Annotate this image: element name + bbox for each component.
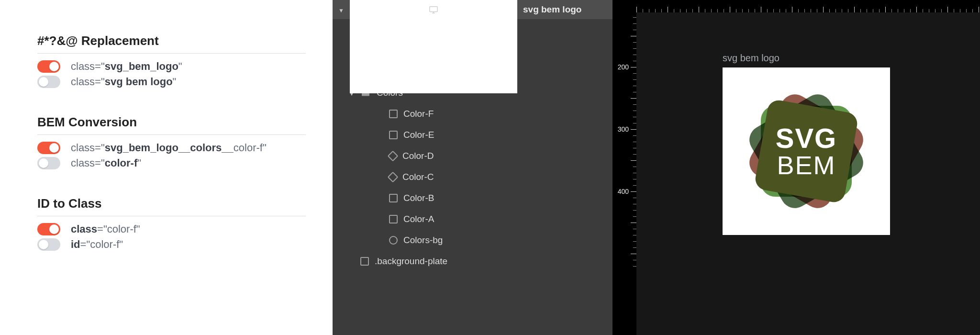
toggle-on[interactable] xyxy=(37,142,60,154)
artboard-icon xyxy=(350,0,517,93)
divider xyxy=(37,134,306,135)
section-replacement: #*?&@ Replacement class="svg_bem_logo" c… xyxy=(37,34,306,88)
section-title: BEM Conversion xyxy=(37,115,306,130)
section-id-to-class: ID to Class class="color-f" id="color-f" xyxy=(37,196,306,251)
toggle-on[interactable] xyxy=(37,60,60,73)
toggle-off[interactable] xyxy=(37,76,60,88)
toggle-off[interactable] xyxy=(37,238,60,251)
code-text: class="svg bem logo" xyxy=(71,76,176,88)
section-title: #*?&@ Replacement xyxy=(37,34,306,48)
layer-item-color-d[interactable]: Color-D xyxy=(333,145,612,167)
logo-text: SVG BEM xyxy=(744,89,869,213)
layer-label: Color-B xyxy=(403,193,612,203)
ruler-number: 300 xyxy=(618,125,629,133)
ruler-number: 400 xyxy=(618,188,629,195)
layer-artboard-row[interactable]: svg bem logo xyxy=(333,0,612,19)
layer-label: svg bem logo xyxy=(523,4,607,15)
shape-rect-icon xyxy=(389,110,398,118)
layer-item-color-e[interactable]: Color-E xyxy=(333,124,612,145)
toggle-off[interactable] xyxy=(37,157,60,169)
logo: SVG BEM xyxy=(744,89,869,213)
ruler-number: 200 xyxy=(618,63,629,71)
chevron-down-icon[interactable] xyxy=(338,4,344,15)
layer-label: .background-plate xyxy=(375,256,612,267)
layer-item-colors-bg[interactable]: Colors-bg xyxy=(333,230,612,251)
code-text: class="svg_bem_logo__colors__color-f" xyxy=(71,142,267,154)
section-bem-conversion: BEM Conversion class="svg_bem_logo__colo… xyxy=(37,115,306,169)
svg-rect-0 xyxy=(430,7,437,12)
shape-diamond-icon xyxy=(388,172,399,183)
ruler-number: 1 xyxy=(631,0,635,1)
bem-option-on: class="svg_bem_logo__colors__color-f" xyxy=(37,142,306,154)
artboard[interactable]: SVG BEM xyxy=(723,67,890,235)
shape-rect-icon xyxy=(389,215,398,223)
layer-item-background-plate[interactable]: .background-plate xyxy=(333,251,612,272)
vertical-ruler: 1 200300400 xyxy=(612,0,636,335)
code-text: class="color-f" xyxy=(71,157,141,169)
layer-item-color-a[interactable]: Color-A xyxy=(333,209,612,230)
shape-diamond-icon xyxy=(388,151,399,162)
layer-item-color-b[interactable]: Color-B xyxy=(333,188,612,209)
idtoclass-option-on: class="color-f" xyxy=(37,223,306,235)
layer-label: Color-E xyxy=(403,130,612,140)
layer-label: Color-A xyxy=(403,214,612,224)
shape-rect-icon xyxy=(360,257,369,266)
code-text: class="color-f" xyxy=(71,223,140,235)
canvas[interactable]: svg bem logo SVG BEM xyxy=(636,0,980,335)
artboard-label[interactable]: svg bem logo xyxy=(723,53,890,64)
divider xyxy=(37,216,306,216)
replacement-option-off: class="svg bem logo" xyxy=(37,76,306,88)
layer-item-color-c[interactable]: Color-C xyxy=(333,167,612,188)
settings-panel: #*?&@ Replacement class="svg_bem_logo" c… xyxy=(0,0,333,335)
logo-line1: SVG xyxy=(776,124,837,152)
bem-option-off: class="color-f" xyxy=(37,157,306,169)
artboard-group: svg bem logo SVG BEM xyxy=(723,53,890,235)
layer-label: Color-D xyxy=(402,151,612,161)
divider xyxy=(37,53,306,54)
replacement-option-on: class="svg_bem_logo" xyxy=(37,60,306,73)
section-title: ID to Class xyxy=(37,196,306,211)
code-text: class="svg_bem_logo" xyxy=(71,60,182,73)
toggle-on[interactable] xyxy=(37,223,60,235)
layer-label: Colors-bg xyxy=(403,235,612,246)
layer-label: Color-F xyxy=(403,109,612,119)
shape-rect-icon xyxy=(389,194,398,202)
idtoclass-option-off: id="color-f" xyxy=(37,238,306,251)
layer-item-color-f[interactable]: Color-F xyxy=(333,103,612,124)
layer-label: Color-C xyxy=(402,172,612,182)
shape-rect-icon xyxy=(389,131,398,139)
shape-circle-icon xyxy=(389,236,398,245)
layers-panel: svg bem logo Name BEM BEM SVG SVG Colors xyxy=(333,0,612,335)
code-text: id="color-f" xyxy=(71,238,123,251)
horizontal-ruler xyxy=(636,0,980,12)
logo-line2: BEM xyxy=(777,152,835,178)
